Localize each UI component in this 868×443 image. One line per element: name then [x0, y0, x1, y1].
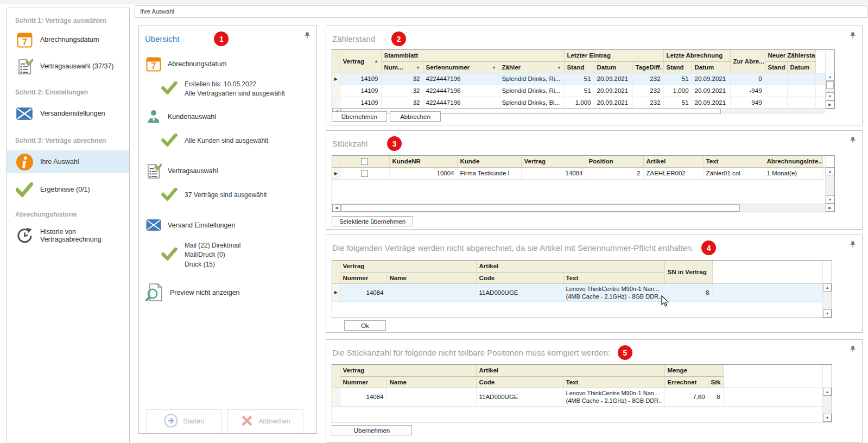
table-row[interactable]: ▶ 14084 11AD000UGE Lenovo ThinkCentre M9…: [332, 283, 822, 301]
cell-zaehler[interactable]: Splendid Drinks, Bl...: [499, 97, 564, 108]
scroll-up-button[interactable]: ▲: [823, 388, 832, 396]
col-nummer[interactable]: Nummer: [340, 376, 387, 388]
pin-icon[interactable]: [850, 137, 856, 144]
pin-icon[interactable]: [304, 32, 311, 39]
col-sn-in-vertrag[interactable]: SN in Vertrag: [664, 261, 712, 283]
col-nummer[interactable]: Nummer: [340, 272, 387, 283]
scroll-down-button[interactable]: ▼: [826, 92, 834, 100]
cell-la-datum[interactable]: 20.09.2021: [692, 97, 730, 108]
starten-button[interactable]: Starten: [146, 409, 222, 433]
abbrechen-button[interactable]: Abbrechen: [390, 111, 441, 122]
sidebar-item-ihre-auswahl[interactable]: Ihre Auswahl: [7, 150, 129, 173]
col-stand[interactable]: Stand: [663, 61, 692, 73]
col-position[interactable]: Position: [586, 156, 643, 167]
scroll-left-button[interactable]: ◀: [332, 204, 341, 212]
uebernehmen-button[interactable]: Übernehmen: [332, 111, 387, 122]
sidebar-item-abrechnungsdatum[interactable]: 7 Abrechnungsdatum: [7, 28, 129, 51]
cell-nummer[interactable]: 14084: [340, 283, 387, 301]
select-all-header[interactable]: [340, 156, 389, 167]
scrollbar-thumb[interactable]: [341, 204, 740, 212]
cell-stk[interactable]: 8: [708, 388, 723, 406]
vertical-scrollbar[interactable]: ▲ ▼: [823, 283, 832, 318]
sidebar-item-vertragsauswahl[interactable]: Vertragsauswahl (37/37): [7, 55, 129, 78]
table-row[interactable]: ▶ 10004 Firma Testkunde I 14084 2 ZAEHLE…: [332, 167, 825, 179]
cell-nummer[interactable]: 14084: [340, 388, 387, 406]
abbrechen-button[interactable]: Abbrechen: [227, 409, 303, 433]
col-group-vertrag[interactable]: Vertrag: [340, 365, 476, 376]
sidebar-item-historie[interactable]: Historie von Vertragsabrechnung: [7, 224, 129, 247]
col-errechnet[interactable]: Errechnet: [664, 376, 708, 388]
cell-zur-abre[interactable]: -949: [730, 85, 765, 97]
cell-num[interactable]: 32: [381, 97, 423, 108]
horizontal-scrollbar[interactable]: ◀: [332, 204, 825, 212]
scroll-right-button[interactable]: ▶: [826, 204, 834, 212]
cell-text[interactable]: Zähler01 col: [703, 167, 764, 179]
pin-icon[interactable]: [850, 32, 856, 39]
col-stk[interactable]: Stk: [708, 376, 723, 388]
vertical-scrollbar[interactable]: ▲ ▼: [826, 167, 834, 204]
cell-neu-datum[interactable]: [787, 85, 815, 97]
cell-code[interactable]: 11AD000UGE: [476, 283, 563, 301]
cell-neu-datum[interactable]: [787, 73, 815, 85]
scroll-right-button[interactable]: ▶: [826, 100, 834, 109]
sidebar-item-versandeinstellungen[interactable]: Versandeinstellungen: [7, 102, 129, 125]
row-indicator[interactable]: ▶: [332, 283, 340, 301]
vertical-scrollbar[interactable]: ▲ ▼: [826, 73, 834, 100]
cell-la-stand[interactable]: 51: [663, 73, 692, 85]
scrollbar-thumb[interactable]: [826, 81, 834, 89]
col-text[interactable]: Text: [563, 272, 664, 283]
cell-select[interactable]: [340, 167, 389, 179]
cell-le-datum[interactable]: 20.09.2021: [594, 85, 632, 97]
col-tagediff[interactable]: TageDiff.: [632, 61, 663, 73]
col-kunde[interactable]: Kunde: [457, 156, 521, 167]
cell-la-datum[interactable]: 20.09.2021: [692, 73, 730, 85]
col-datum[interactable]: Datum: [594, 61, 632, 73]
col-group-vertrag[interactable]: Vertrag: [340, 261, 476, 272]
cell-vertrag[interactable]: 14084: [521, 167, 586, 179]
cell-vertrag[interactable]: 14109: [340, 85, 381, 97]
cell-vertrag[interactable]: 14109: [340, 97, 381, 108]
col-vertrag[interactable]: Vertrag▲: [340, 50, 381, 73]
scroll-down-button[interactable]: ▼: [823, 414, 832, 422]
col-group-neuer-zaehlerstand[interactable]: Neuer Zählerstand: [765, 50, 815, 61]
cell-intervall[interactable]: 1 Monat(e): [764, 167, 822, 179]
col-group-stammblatt[interactable]: Stammblatt: [381, 50, 564, 61]
col-group-letzter-eintrag[interactable]: Letzter Eintrag: [564, 50, 663, 61]
table-row[interactable]: ▶ 14109 32 4224447196 Splendid Drinks, R…: [332, 73, 825, 85]
col-artikel[interactable]: Artikel: [643, 156, 703, 167]
table-row[interactable]: 14109 32 4224447196 Splendid Drinks, Bl.…: [332, 97, 825, 108]
col-datum[interactable]: Datum: [787, 61, 815, 73]
cell-le-datum[interactable]: 20.09.2021: [594, 73, 632, 85]
uebernehmen-button[interactable]: Übernehmen: [332, 425, 412, 435]
cell-kunde[interactable]: Firma Testkunde I: [457, 167, 521, 179]
cell-sn[interactable]: 8: [664, 283, 712, 301]
cell-zur-abre[interactable]: 0: [730, 73, 765, 85]
scroll-up-button[interactable]: ▲: [823, 283, 832, 292]
cell-num[interactable]: 32: [381, 85, 423, 97]
cell-code[interactable]: 11AD000UGE: [476, 388, 563, 406]
cell-num[interactable]: 32: [381, 73, 423, 85]
tab-ihre-auswahl[interactable]: Ihre Auswahl: [135, 5, 867, 18]
selektierte-uebernehmen-button[interactable]: Selektierte übernehmen: [332, 216, 413, 226]
col-name[interactable]: Name: [387, 272, 476, 283]
col-zur-abre[interactable]: Zur Abre...: [730, 50, 765, 73]
cell-seriennummer[interactable]: 4224447196: [423, 73, 499, 85]
sidebar-item-ergebnisse[interactable]: Ergebnisse (0/1): [7, 178, 129, 201]
cell-tagediff[interactable]: 232: [632, 73, 663, 85]
cell-kundenr[interactable]: 10004: [389, 167, 457, 179]
scroll-up-button[interactable]: ▲: [826, 167, 834, 175]
cell-name[interactable]: [387, 388, 476, 406]
scroll-down-button[interactable]: ▼: [826, 195, 834, 204]
col-datum[interactable]: Datum: [692, 61, 730, 73]
cell-zaehler[interactable]: Splendid Drinks, Ri...: [499, 73, 564, 85]
ok-button[interactable]: Ok: [344, 320, 386, 331]
col-group-letzte-abrechnung[interactable]: Letzte Abrechnung: [663, 50, 730, 61]
cell-zur-abre[interactable]: 949: [730, 97, 765, 108]
col-group-artikel[interactable]: Artikel: [476, 261, 664, 272]
cell-text[interactable]: Lenovo ThinkCentre M90n-1 Nan... (4MB Ca…: [563, 388, 664, 406]
cell-le-stand[interactable]: 51: [564, 85, 594, 97]
col-text[interactable]: Text: [563, 376, 664, 388]
cell-errechnet[interactable]: 7,60: [664, 388, 708, 406]
row-checkbox[interactable]: [361, 170, 368, 177]
col-stand[interactable]: Stand: [564, 61, 594, 73]
